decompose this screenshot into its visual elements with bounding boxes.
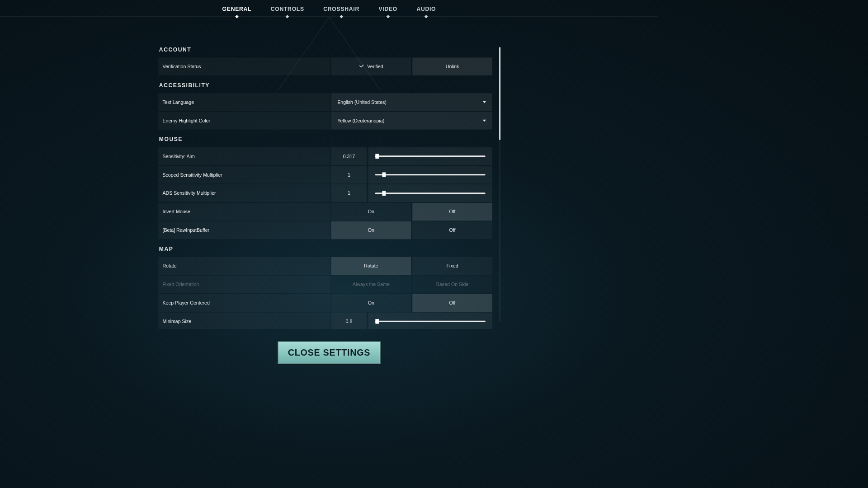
tab-label: GENERAL: [222, 6, 252, 12]
scoped-sens-value[interactable]: 1: [331, 166, 367, 183]
slider-knob[interactable]: [376, 319, 379, 324]
tab-label: CONTROLS: [271, 6, 304, 12]
rotate-option-rotate[interactable]: Rotate: [331, 257, 411, 275]
rotate-option-fixed[interactable]: Fixed: [412, 257, 492, 275]
tab-crosshair[interactable]: CROSSHAIR: [323, 6, 359, 15]
row-label: Fixed Orientation: [158, 276, 330, 293]
text-language-dropdown[interactable]: English (United States): [331, 93, 492, 111]
section-header-mouse: MOUSE: [158, 136, 492, 143]
diamond-icon: [340, 15, 343, 19]
status-text: Verified: [367, 64, 383, 69]
slider-knob[interactable]: [376, 154, 379, 159]
sensitivity-aim-slider[interactable]: [375, 155, 486, 157]
row-label: Rotate: [158, 257, 330, 275]
sensitivity-aim-value[interactable]: 0.317: [331, 147, 367, 165]
keep-centered-on[interactable]: On: [331, 294, 411, 312]
close-settings-button[interactable]: CLOSE SETTINGS: [278, 341, 380, 364]
row-label: Sensitivity: Aim: [158, 147, 330, 165]
slider-knob[interactable]: [382, 191, 386, 196]
row-label: Enemy Highlight Color: [158, 112, 330, 129]
row-text-language: Text Language English (United States): [158, 93, 492, 111]
keep-centered-off[interactable]: Off: [412, 294, 492, 312]
row-ads-sens: ADS Sensitivity Multiplier 1: [158, 184, 492, 202]
minimap-size-value[interactable]: 0.8: [331, 313, 367, 329]
chevron-down-icon: [483, 101, 486, 103]
sensitivity-aim-slider-cell: [368, 147, 492, 165]
button-label: CLOSE SETTINGS: [288, 347, 371, 358]
fixed-orientation-same: Always the Same: [331, 276, 411, 293]
row-fixed-orientation: Fixed Orientation Always the Same Based …: [158, 276, 492, 293]
row-minimap-size: Minimap Size 0.8: [158, 313, 492, 329]
unlink-button[interactable]: Unlink: [412, 57, 492, 75]
ads-sens-value[interactable]: 1: [331, 184, 367, 202]
row-label: [Beta] RawInputBuffer: [158, 221, 330, 239]
button-label: Unlink: [446, 64, 459, 69]
scoped-sens-slider[interactable]: [375, 174, 486, 175]
row-label: Minimap Size: [158, 313, 330, 329]
invert-mouse-off[interactable]: Off: [412, 203, 492, 221]
dropdown-value: English (United States): [337, 99, 387, 105]
section-header-map: MAP: [158, 246, 492, 252]
rawinput-off[interactable]: Off: [412, 221, 492, 239]
dropdown-value: Yellow (Deuteranopia): [337, 118, 384, 123]
scrollbar-track[interactable]: [499, 47, 500, 322]
diamond-icon: [235, 15, 239, 19]
ads-sens-slider-cell: [368, 184, 492, 202]
fixed-orientation-side: Based On Side: [412, 276, 492, 293]
settings-topnav: GENERAL CONTROLS CROSSHAIR VIDEO AUDIO: [0, 0, 658, 16]
row-sensitivity-aim: Sensitivity: Aim 0.317: [158, 147, 492, 165]
tab-video[interactable]: VIDEO: [378, 6, 397, 15]
chevron-down-icon: [483, 120, 486, 122]
tab-general[interactable]: GENERAL: [222, 6, 252, 15]
check-icon: [359, 65, 364, 69]
minimap-size-slider-cell: [368, 313, 492, 329]
row-label: Keep Player Centered: [158, 294, 330, 312]
row-label: Verification Status: [158, 57, 330, 75]
diamond-icon: [425, 15, 428, 19]
tab-label: VIDEO: [378, 6, 397, 12]
diamond-icon: [386, 15, 390, 19]
row-verification-status: Verification Status Verified Unlink: [158, 57, 492, 75]
row-label: Scoped Sensitivity Multiplier: [158, 166, 330, 183]
rawinput-on[interactable]: On: [331, 221, 411, 239]
tab-label: CROSSHAIR: [323, 6, 359, 12]
section-header-account: ACCOUNT: [158, 47, 492, 53]
diamond-icon: [286, 15, 289, 19]
row-scoped-sens: Scoped Sensitivity Multiplier 1: [158, 166, 492, 183]
verification-status-cell: Verified: [331, 57, 411, 75]
enemy-highlight-dropdown[interactable]: Yellow (Deuteranopia): [331, 112, 492, 129]
row-invert-mouse: Invert Mouse On Off: [158, 203, 492, 221]
settings-scroll-region: ACCOUNT Verification Status Verified Unl…: [158, 41, 492, 329]
row-label: ADS Sensitivity Multiplier: [158, 184, 330, 202]
invert-mouse-on[interactable]: On: [331, 203, 411, 221]
slider-knob[interactable]: [382, 172, 386, 177]
tab-label: AUDIO: [416, 6, 436, 12]
settings-panel: ACCOUNT Verification Status Verified Unl…: [158, 41, 500, 329]
row-rawinputbuffer: [Beta] RawInputBuffer On Off: [158, 221, 492, 239]
ads-sens-slider[interactable]: [375, 192, 486, 194]
row-label: Invert Mouse: [158, 203, 330, 221]
tab-controls[interactable]: CONTROLS: [271, 6, 304, 15]
tab-audio[interactable]: AUDIO: [416, 6, 436, 15]
row-label: Text Language: [158, 93, 330, 111]
minimap-size-slider[interactable]: [375, 321, 486, 322]
row-rotate: Rotate Rotate Fixed: [158, 257, 492, 275]
section-header-accessibility: ACCESSIBILITY: [158, 82, 492, 89]
row-enemy-highlight-color: Enemy Highlight Color Yellow (Deuteranop…: [158, 112, 492, 129]
scoped-sens-slider-cell: [368, 166, 492, 183]
scrollbar-thumb[interactable]: [499, 47, 500, 140]
row-keep-player-centered: Keep Player Centered On Off: [158, 294, 492, 312]
